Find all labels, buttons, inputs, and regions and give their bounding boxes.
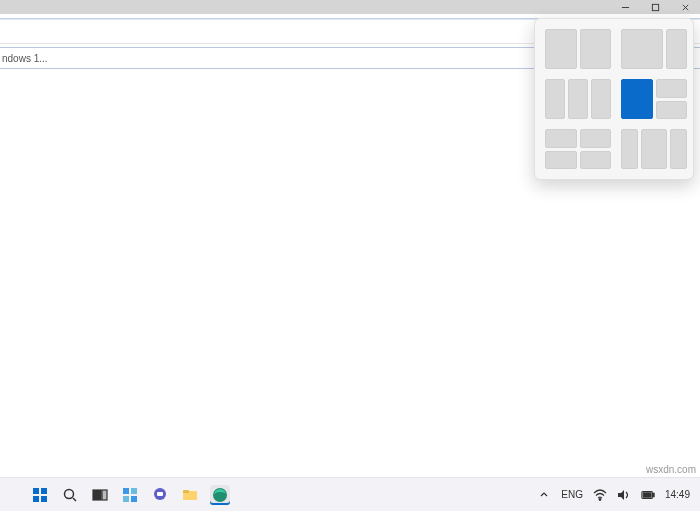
clock-time: 14:49: [665, 490, 690, 500]
svg-rect-12: [123, 488, 129, 494]
snap-layout-7030[interactable]: [621, 29, 687, 69]
svg-rect-24: [653, 493, 654, 497]
taskbar-pinned: [30, 485, 230, 505]
clock[interactable]: 14:49: [665, 490, 690, 500]
snap-cell[interactable]: [568, 79, 588, 119]
maximize-button[interactable]: [640, 0, 670, 14]
svg-rect-6: [33, 496, 39, 502]
svg-rect-4: [33, 488, 39, 494]
window: ndows 1...: [0, 0, 700, 511]
snap-cell[interactable]: [580, 151, 612, 170]
svg-rect-14: [123, 496, 129, 502]
watermark: wsxdn.com: [646, 464, 696, 475]
snap-cell[interactable]: [591, 79, 611, 119]
svg-rect-13: [131, 488, 137, 494]
widgets-icon[interactable]: [120, 485, 140, 505]
wifi-icon[interactable]: [593, 488, 607, 502]
snap-cell[interactable]: [580, 29, 612, 69]
search-icon[interactable]: [60, 485, 80, 505]
snap-cell[interactable]: [666, 29, 687, 69]
svg-rect-17: [157, 492, 163, 496]
svg-rect-10: [93, 490, 101, 500]
snap-cell-active[interactable]: [621, 79, 653, 119]
chat-icon[interactable]: [150, 485, 170, 505]
svg-rect-7: [41, 496, 47, 502]
snap-layout-5050[interactable]: [545, 29, 611, 69]
system-tray: ENG 14:49: [537, 488, 700, 502]
snap-cell[interactable]: [621, 29, 663, 69]
tab-title[interactable]: ndows 1...: [2, 53, 48, 64]
minimize-button[interactable]: [610, 0, 640, 14]
taskview-icon[interactable]: [90, 485, 110, 505]
snap-cell[interactable]: [545, 129, 577, 148]
svg-point-8: [65, 489, 74, 498]
snap-cell[interactable]: [580, 129, 612, 148]
start-button[interactable]: [30, 485, 50, 505]
snap-layout-quad[interactable]: [545, 129, 611, 169]
svg-rect-5: [41, 488, 47, 494]
svg-marker-22: [618, 490, 624, 500]
snap-cell[interactable]: [621, 129, 638, 169]
edge-icon[interactable]: [210, 485, 230, 505]
svg-point-21: [599, 498, 601, 500]
svg-line-9: [73, 498, 76, 501]
tray-overflow-icon[interactable]: [537, 488, 551, 502]
snap-layout-center[interactable]: [621, 129, 687, 169]
svg-rect-19: [183, 490, 189, 493]
snap-cell[interactable]: [656, 101, 688, 120]
titlebar: [0, 0, 700, 14]
snap-cell[interactable]: [545, 79, 565, 119]
snap-layouts-flyout: [534, 18, 694, 180]
snap-cell[interactable]: [545, 151, 577, 170]
battery-icon[interactable]: [641, 488, 655, 502]
taskbar: ENG 14:49: [0, 477, 700, 511]
language-indicator[interactable]: ENG: [561, 489, 583, 500]
svg-rect-25: [643, 492, 651, 496]
volume-icon[interactable]: [617, 488, 631, 502]
snap-layout-left-split[interactable]: [621, 79, 687, 119]
explorer-icon[interactable]: [180, 485, 200, 505]
svg-rect-1: [652, 4, 658, 10]
snap-layout-thirds[interactable]: [545, 79, 611, 119]
svg-rect-15: [131, 496, 137, 502]
snap-cell[interactable]: [545, 29, 577, 69]
close-button[interactable]: [670, 0, 700, 14]
snap-cell[interactable]: [656, 79, 688, 98]
snap-cell[interactable]: [641, 129, 668, 169]
snap-cell[interactable]: [670, 129, 687, 169]
svg-rect-11: [102, 490, 107, 500]
